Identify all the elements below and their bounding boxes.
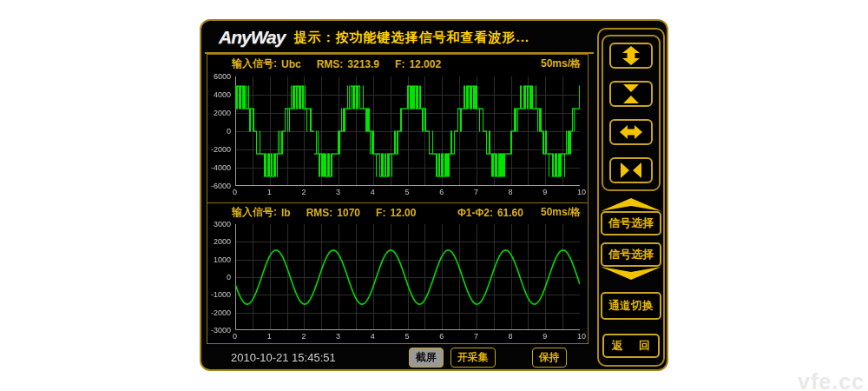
rms-label: RMS: [306,207,333,219]
waveform-plot-ubc [235,76,580,186]
zoom-button-group [602,35,661,191]
anyway-logo: AnyWay [219,27,285,48]
x-tick-label: 3 [336,188,340,196]
rms-value: 3213.9 [347,58,379,70]
timebase-label: 50ms/格 [541,205,581,220]
x-tick-label: 2 [301,188,306,196]
vertical-compress-button[interactable] [609,81,653,107]
compress-vertical-icon [621,84,641,103]
x-tick-label: 7 [474,188,478,196]
y-tick-label: 4000 [207,90,231,99]
x-tick-label: 4 [371,188,375,196]
x-tick-label: 6 [439,332,444,341]
start-acquisition-button[interactable]: 开采集 [450,348,496,368]
y-tick-label: -2000 [207,145,231,154]
phase-label: Φ1-Φ2: [457,207,493,219]
screenshot-button[interactable]: 截屏 [409,348,444,368]
signal-name: Ubc [281,58,301,70]
x-tick-label: 9 [542,188,547,196]
y-tick-label: 3000 [207,220,231,229]
vfe-watermark: vfe.cc [798,369,865,391]
waveform-panel: 输入信号: Ubc RMS: 3213.9 F: 12.002 50ms/格 6… [207,54,589,344]
signal-select-up-button[interactable]: 信号选择 [601,198,661,235]
x-tick-label: 8 [509,188,513,196]
signal-name: Ib [281,207,291,219]
y-tick-label: -2000 [207,308,231,317]
softkey-panel: 信号选择 信号选择 通道切换 返 回 [597,28,665,367]
timebase-label: 50ms/格 [541,56,581,71]
x-tick-label: 9 [542,332,547,341]
arrow-down-icon [601,267,661,280]
x-tick-label: 3 [336,332,340,341]
horizontal-expand-button[interactable] [609,119,653,145]
y-tick-label: 0 [207,273,231,282]
expand-horizontal-icon [620,123,642,141]
header-bar: AnyWay 提示：按功能键选择信号和查看波形... [205,23,594,54]
x-tick-label: 7 [474,332,478,341]
x-tick-label: 5 [405,188,410,196]
x-tick-label: 10 [577,332,586,341]
phase-value: 61.60 [497,207,523,219]
horizontal-compress-button[interactable] [609,157,653,183]
x-tick-label: 6 [439,188,444,196]
x-tick-label: 1 [267,188,272,196]
chart-header-ib: 输入信号: Ib RMS: 1070 F: 12.00 Φ1-Φ2: 61.60… [207,203,588,222]
y-tick-label: 1000 [207,255,231,264]
expand-vertical-icon [621,46,641,65]
y-tick-label: 2000 [207,109,231,117]
vertical-expand-button[interactable] [609,43,653,69]
chart-header-ubc: 输入信号: Ubc RMS: 3213.9 F: 12.002 50ms/格 [207,55,588,73]
freq-label: F: [395,58,404,70]
tip-message: 提示：按功能键选择信号和查看波形... [293,30,529,46]
freq-value: 12.002 [409,58,441,70]
channel-switch-button[interactable]: 通道切换 [601,292,661,320]
return-label-right: 回 [639,338,650,354]
bottom-bar: 2010-10-21 15:45:51 截屏 开采集 保持 [207,346,589,368]
y-tick-label: 2000 [207,237,231,246]
y-tick-label: -1000 [207,290,231,299]
arrow-up-icon [601,198,661,211]
return-label-left: 返 [612,338,623,354]
signal-label: 输入信号: [232,56,277,71]
signal-label: 输入信号: [232,205,277,220]
x-tick-label: 10 [577,188,586,196]
chart-section-ubc: 输入信号: Ubc RMS: 3213.9 F: 12.002 50ms/格 6… [207,55,588,203]
signal-select-up-label: 信号选择 [601,211,661,235]
analyzer-screen: AnyWay 提示：按功能键选择信号和查看波形... 输入信号: Ubc RMS… [200,19,668,371]
x-tick-label: 5 [405,332,410,341]
hold-button[interactable]: 保持 [532,348,567,368]
rms-value: 1070 [337,207,360,219]
x-tick-label: 0 [233,332,237,341]
freq-label: F: [376,207,385,219]
signal-select-down-button[interactable]: 信号选择 [601,242,661,280]
page-background: AnyWay 提示：按功能键选择信号和查看波形... 输入信号: Ubc RMS… [0,0,868,391]
x-tick-label: 0 [233,188,237,196]
y-tick-label: -4000 [207,163,231,172]
signal-select-down-label: 信号选择 [601,242,661,267]
freq-value: 12.00 [390,207,416,219]
timestamp: 2010-10-21 15:45:51 [231,351,336,364]
waveform-plot-ib [235,224,580,330]
compress-horizontal-icon [620,162,642,179]
return-button[interactable]: 返 回 [602,334,660,358]
y-tick-label: 6000 [207,72,231,81]
y-tick-label: -3000 [207,326,231,335]
x-tick-label: 2 [301,332,306,341]
x-tick-label: 8 [509,332,513,341]
chart-section-ib: 输入信号: Ib RMS: 1070 F: 12.00 Φ1-Φ2: 61.60… [207,203,588,343]
x-tick-label: 1 [267,332,272,341]
rms-label: RMS: [317,58,344,70]
x-tick-label: 4 [371,332,375,341]
y-tick-label: 0 [207,127,231,136]
y-tick-label: -6000 [207,182,231,190]
